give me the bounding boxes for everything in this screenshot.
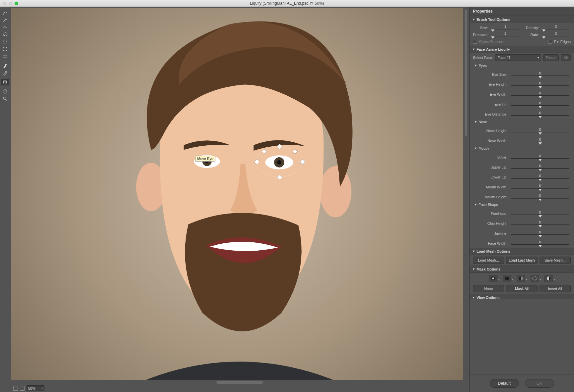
nose-value-0[interactable]: 0 [509, 127, 571, 131]
subsection-nose[interactable]: ▼Nose [470, 119, 574, 125]
eye-value-4[interactable]: 0 [509, 111, 571, 115]
mouth-slider-1[interactable] [511, 168, 569, 169]
section-face-aware[interactable]: ▼Face-Aware Liquify [470, 46, 574, 53]
ok-button[interactable]: OK [525, 379, 554, 388]
select-face-dropdown[interactable]: Face #1▾ [495, 54, 541, 61]
subsection-face-shape[interactable]: ▼Face Shape [470, 201, 574, 208]
zoom-tool[interactable] [1, 95, 9, 102]
twirl-tool[interactable] [1, 31, 9, 38]
doc-icon-2[interactable] [20, 386, 25, 391]
stylus-pressure-checkbox[interactable] [473, 40, 477, 44]
density-value[interactable]: 0 [542, 24, 571, 28]
mouth-label-1: Upper Lip: [473, 165, 509, 169]
vertical-scrollbar[interactable] [463, 8, 468, 380]
shape-slider-1[interactable] [511, 224, 569, 225]
section-mask-options[interactable]: ▼Mask Options [470, 266, 574, 273]
load-mesh-button[interactable]: Load Mesh... [473, 257, 504, 264]
mouth-slider-4[interactable] [511, 198, 569, 199]
default-button[interactable]: Default [490, 379, 519, 388]
mouth-row-1: Upper Lip:0 [470, 162, 574, 172]
thaw-mask-tool[interactable] [1, 70, 9, 76]
eye-slider-3[interactable] [511, 105, 569, 106]
pin-edges-checkbox[interactable] [548, 40, 552, 44]
eye-row-0: Eye Size:0 [470, 69, 574, 79]
eye-value-3[interactable]: 0 [509, 101, 571, 105]
horizontal-scrollbar[interactable] [11, 380, 468, 385]
mask-invert-icon[interactable] [545, 275, 553, 282]
shape-value-1[interactable]: 0 [509, 220, 571, 224]
shape-slider-0[interactable] [511, 215, 569, 215]
section-brush-options[interactable]: ▼Brush Tool Options [470, 16, 574, 23]
rate-value[interactable]: 0 [542, 31, 571, 35]
mask-replace-icon[interactable] [489, 275, 497, 282]
shape-slider-3[interactable] [511, 244, 569, 245]
minimize-button[interactable] [9, 2, 12, 5]
reset-button[interactable]: Reset [543, 54, 559, 61]
subsection-eyes[interactable]: ▼Eyes [470, 62, 574, 69]
eye-value-2[interactable]: 0 [509, 91, 571, 95]
eye-value-1[interactable]: 0 [509, 81, 571, 85]
all-button[interactable]: All [561, 54, 571, 61]
svg-point-23 [492, 277, 494, 279]
hand-tool[interactable] [1, 88, 9, 95]
mask-invert-all-button[interactable]: Invert All [540, 285, 571, 292]
subsection-mouth[interactable]: ▼Mouth [470, 145, 574, 152]
face-tool[interactable] [1, 79, 9, 85]
mask-subtract-icon[interactable] [517, 275, 525, 282]
svg-point-5 [5, 81, 6, 82]
section-label: Face-Aware Liquify [477, 47, 510, 51]
shape-value-3[interactable]: 0 [509, 240, 571, 244]
size-label: Size: [473, 26, 488, 30]
load-last-mesh-button[interactable]: Load Last Mesh [506, 257, 537, 264]
nose-slider-1[interactable] [511, 142, 569, 142]
section-label: View Options [477, 296, 499, 299]
nose-value-1[interactable]: 0 [509, 137, 571, 141]
push-left-tool[interactable] [1, 53, 9, 60]
rate-slider[interactable] [543, 36, 570, 36]
mouth-slider-2[interactable] [511, 178, 569, 179]
shape-label-3: Face Width: [473, 241, 509, 245]
mask-all-button[interactable]: Mask All [506, 285, 537, 292]
smooth-tool[interactable] [1, 24, 9, 30]
density-slider[interactable] [543, 29, 570, 29]
size-value[interactable]: 1 [491, 24, 520, 28]
forward-warp-tool[interactable] [1, 9, 9, 16]
mouth-value-3[interactable]: 0 [509, 184, 571, 188]
shape-value-0[interactable]: 0 [509, 210, 571, 214]
shape-value-2[interactable]: 0 [509, 230, 571, 234]
eye-slider-4[interactable] [511, 115, 569, 116]
reconstruct-tool[interactable] [1, 17, 9, 23]
section-view-options[interactable]: ▼View Options [470, 294, 574, 299]
mask-add-icon[interactable] [503, 275, 511, 282]
close-button[interactable] [3, 2, 6, 5]
freeze-mask-tool[interactable] [1, 62, 9, 69]
svg-point-14 [277, 160, 281, 165]
eye-value-0[interactable]: 0 [509, 71, 571, 75]
nose-slider-0[interactable] [511, 132, 569, 132]
canvas-area: Move Eye 50%▾ [10, 7, 469, 392]
mask-none-button[interactable]: None [473, 285, 504, 292]
size-slider[interactable] [492, 29, 519, 29]
save-mesh-button[interactable]: Save Mesh... [540, 257, 571, 264]
mouth-value-2[interactable]: 0 [509, 174, 571, 178]
canvas[interactable]: Move Eye [11, 8, 468, 380]
pucker-tool[interactable] [1, 38, 9, 45]
section-load-mesh[interactable]: ▼Load Mesh Options [470, 248, 574, 255]
mouth-value-1[interactable]: 0 [509, 164, 571, 168]
zoom-level[interactable]: 50%▾ [27, 385, 44, 391]
pressure-slider[interactable] [492, 36, 519, 36]
mask-intersect-icon[interactable] [531, 275, 539, 282]
mouth-slider-0[interactable] [511, 158, 569, 159]
eye-slider-0[interactable] [511, 75, 569, 76]
eye-slider-2[interactable] [511, 95, 569, 96]
mouth-slider-3[interactable] [511, 188, 569, 189]
mouth-value-0[interactable]: 0 [509, 154, 571, 158]
shape-slider-2[interactable] [511, 234, 569, 235]
pressure-value[interactable]: 1 [491, 31, 520, 35]
bloat-tool[interactable] [1, 46, 9, 52]
svg-point-25 [506, 277, 509, 280]
doc-icon-1[interactable] [13, 386, 18, 391]
mouth-value-4[interactable]: 0 [509, 194, 571, 198]
eye-slider-1[interactable] [511, 85, 569, 86]
maximize-button[interactable] [15, 2, 18, 5]
